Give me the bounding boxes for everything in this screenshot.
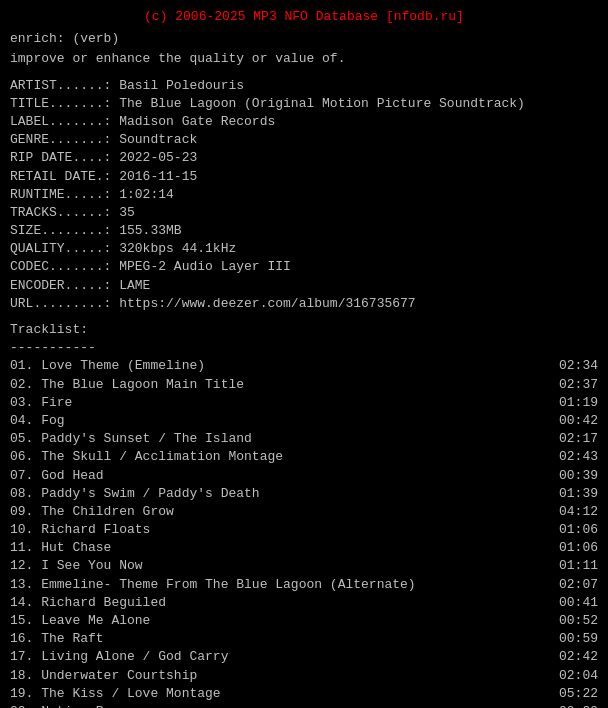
- meta-url: URL.........: https://www.deezer.com/alb…: [10, 295, 598, 313]
- track-title: 08. Paddy's Swim / Paddy's Death: [10, 485, 260, 503]
- tracklist-label: Tracklist:: [10, 321, 598, 339]
- track-title: 10. Richard Floats: [10, 521, 150, 539]
- track-time: 01:19: [559, 394, 598, 412]
- track-title: 16. The Raft: [10, 630, 104, 648]
- track-row: 18. Underwater Courtship02:04: [10, 667, 598, 685]
- enrich-section: enrich: (verb) improve or enhance the qu…: [10, 30, 598, 68]
- track-title: 20. Native Run: [10, 703, 119, 708]
- track-title: 19. The Kiss / Love Montage: [10, 685, 221, 703]
- track-time: 02:42: [559, 648, 598, 666]
- track-row: 06. The Skull / Acclimation Montage02:43: [10, 448, 598, 466]
- enrich-line1: enrich: (verb): [10, 30, 598, 48]
- meta-size: SIZE........: 155.33MB: [10, 222, 598, 240]
- track-time: 04:12: [559, 503, 598, 521]
- track-row: 02. The Blue Lagoon Main Title02:37: [10, 376, 598, 394]
- track-title: 12. I See You Now: [10, 557, 143, 575]
- track-title: 14. Richard Beguiled: [10, 594, 166, 612]
- track-time: 00:39: [559, 467, 598, 485]
- track-time: 00:42: [559, 412, 598, 430]
- track-time: 00:29: [559, 703, 598, 708]
- meta-section: ARTIST......: Basil Poledouris TITLE....…: [10, 77, 598, 313]
- track-title: 05. Paddy's Sunset / The Island: [10, 430, 252, 448]
- enrich-line2: improve or enhance the quality or value …: [10, 50, 598, 68]
- meta-artist: ARTIST......: Basil Poledouris: [10, 77, 598, 95]
- track-row: 16. The Raft00:59: [10, 630, 598, 648]
- track-time: 02:17: [559, 430, 598, 448]
- meta-label: LABEL.......: Madison Gate Records: [10, 113, 598, 131]
- track-title: 04. Fog: [10, 412, 65, 430]
- meta-retail-date: RETAIL DATE.: 2016-11-15: [10, 168, 598, 186]
- track-title: 03. Fire: [10, 394, 72, 412]
- track-row: 10. Richard Floats01:06: [10, 521, 598, 539]
- track-row: 11. Hut Chase01:06: [10, 539, 598, 557]
- track-row: 03. Fire01:19: [10, 394, 598, 412]
- track-row: 08. Paddy's Swim / Paddy's Death01:39: [10, 485, 598, 503]
- track-title: 01. Love Theme (Emmeline): [10, 357, 205, 375]
- track-row: 15. Leave Me Alone00:52: [10, 612, 598, 630]
- track-row: 20. Native Run00:29: [10, 703, 598, 708]
- track-title: 17. Living Alone / God Carry: [10, 648, 228, 666]
- track-row: 04. Fog00:42: [10, 412, 598, 430]
- meta-encoder: ENCODER.....: LAME: [10, 277, 598, 295]
- track-time: 01:06: [559, 539, 598, 557]
- track-row: 13. Emmeline- Theme From The Blue Lagoon…: [10, 576, 598, 594]
- track-time: 02:04: [559, 667, 598, 685]
- tracklist-header: Tracklist: -----------: [10, 321, 598, 357]
- copyright-line: (c) 2006-2025 MP3 NFO Database [nfodb.ru…: [10, 8, 598, 26]
- track-time: 02:07: [559, 576, 598, 594]
- track-row: 14. Richard Beguiled00:41: [10, 594, 598, 612]
- meta-tracks: TRACKS......: 35: [10, 204, 598, 222]
- track-title: 02. The Blue Lagoon Main Title: [10, 376, 244, 394]
- meta-runtime: RUNTIME.....: 1:02:14: [10, 186, 598, 204]
- track-row: 09. The Children Grow04:12: [10, 503, 598, 521]
- track-title: 15. Leave Me Alone: [10, 612, 150, 630]
- track-title: 18. Underwater Courtship: [10, 667, 197, 685]
- track-time: 00:52: [559, 612, 598, 630]
- track-time: 01:11: [559, 557, 598, 575]
- meta-rip-date: RIP DATE....: 2022-05-23: [10, 149, 598, 167]
- track-list: 01. Love Theme (Emmeline)02:3402. The Bl…: [10, 357, 598, 708]
- track-time: 05:22: [559, 685, 598, 703]
- track-row: 17. Living Alone / God Carry02:42: [10, 648, 598, 666]
- track-time: 01:39: [559, 485, 598, 503]
- track-title: 11. Hut Chase: [10, 539, 111, 557]
- track-time: 00:59: [559, 630, 598, 648]
- meta-title: TITLE.......: The Blue Lagoon (Original …: [10, 95, 598, 113]
- track-time: 01:06: [559, 521, 598, 539]
- tracklist-divider: -----------: [10, 339, 598, 357]
- track-time: 02:43: [559, 448, 598, 466]
- track-time: 02:34: [559, 357, 598, 375]
- meta-genre: GENRE.......: Soundtrack: [10, 131, 598, 149]
- track-row: 12. I See You Now01:11: [10, 557, 598, 575]
- track-row: 19. The Kiss / Love Montage05:22: [10, 685, 598, 703]
- track-row: 01. Love Theme (Emmeline)02:34: [10, 357, 598, 375]
- meta-quality: QUALITY.....: 320kbps 44.1kHz: [10, 240, 598, 258]
- track-title: 07. God Head: [10, 467, 104, 485]
- track-row: 05. Paddy's Sunset / The Island02:17: [10, 430, 598, 448]
- track-title: 06. The Skull / Acclimation Montage: [10, 448, 283, 466]
- track-row: 07. God Head00:39: [10, 467, 598, 485]
- track-time: 00:41: [559, 594, 598, 612]
- track-title: 09. The Children Grow: [10, 503, 174, 521]
- track-title: 13. Emmeline- Theme From The Blue Lagoon…: [10, 576, 416, 594]
- track-time: 02:37: [559, 376, 598, 394]
- meta-codec: CODEC.......: MPEG-2 Audio Layer III: [10, 258, 598, 276]
